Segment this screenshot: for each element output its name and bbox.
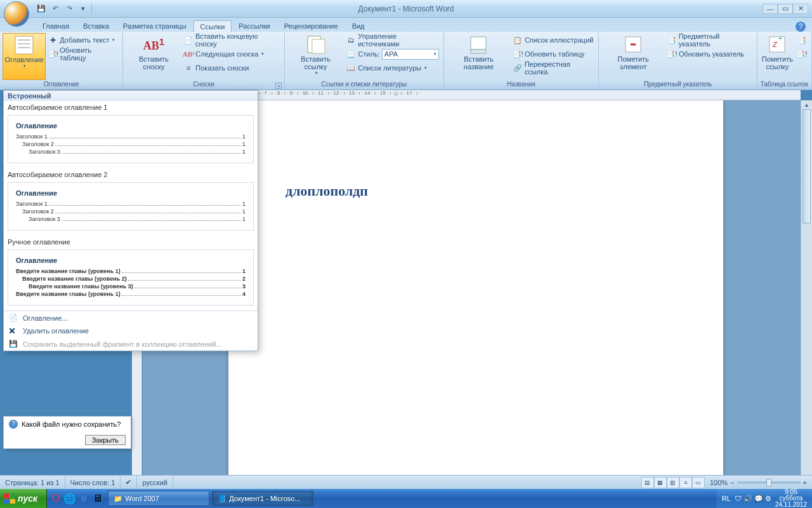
footnotes-launcher[interactable]: ↘ [275,83,282,89]
scroll-up-button[interactable]: ▲ [801,100,812,109]
toa-icon: 📑 [797,35,807,45]
group-citations: Вставить ссылку▾ 🗂Управление источниками… [285,32,444,90]
spell-check[interactable]: ✔ [121,476,137,490]
update-toc-button[interactable]: 📑!Обновить таблицу [46,47,120,61]
toc-row: Заголовок 31 [29,149,246,155]
toc-button[interactable]: Оглавление▾ [3,33,46,80]
gallery-auto2-preview[interactable]: Оглавление Заголовок 11 Заголовок 21 Заг… [8,182,254,231]
toc-row: Заголовок 11 [16,133,246,140]
insert-caption-button[interactable]: Вставить название [447,33,511,80]
insert-citation-button[interactable]: Вставить ссылку▾ [287,33,344,80]
update-index-button[interactable]: 📑!Обновить указатель [665,47,754,61]
close-prompt-button[interactable]: Закрыть [85,435,126,445]
insert-endnote-button[interactable]: 📄Вставить концевую сноску [181,33,282,47]
qat-customize[interactable]: ▾ [76,3,90,15]
tray-language[interactable]: RL [722,495,731,502]
window-controls: — ▭ ✕ [763,4,808,14]
add-text-icon: ✚ [48,35,58,45]
gallery-manual-preview[interactable]: Оглавление Введите название главы (урове… [8,250,254,305]
print-layout-view[interactable]: ▤ [641,477,654,488]
qat-save[interactable]: 💾 [34,3,48,15]
tray-clock[interactable]: 9:05 суббота 24.11.2012 [775,489,807,508]
tab-references[interactable]: Ссылки [193,20,232,32]
qat-undo[interactable]: ↶ [48,3,62,15]
close-button[interactable]: ✕ [793,4,808,14]
window-title: Документ1 - Microsoft Word [358,4,454,13]
tab-insert[interactable]: Вставка [76,20,116,32]
toc-icon [14,35,34,55]
taskbar-item-folder[interactable]: 📁Word 2007 [108,491,209,506]
next-footnote-button[interactable]: AB¹Следующая сноска▾ [181,47,282,61]
maximize-button[interactable]: ▭ [778,4,793,14]
ql-chrome[interactable]: 🌐 [63,491,76,505]
mark-entry-label: Пометить элемент [603,55,662,70]
tab-review[interactable]: Рецензирование [277,20,345,32]
document-page[interactable]: длоплополдп [228,100,723,494]
mark-citation-icon: z+ [767,34,787,55]
tab-home[interactable]: Главная [36,20,76,32]
remove-toc-menu[interactable]: 🗙Удалить оглавление [4,324,258,337]
help-button[interactable]: ? [796,22,806,32]
outline-view[interactable]: ≡ [679,477,692,488]
update-toa-button[interactable]: 📑! [795,47,809,61]
toc-preview-title: Оглавление [16,122,246,130]
word-count[interactable]: Число слов: 1 [65,476,121,490]
start-button[interactable]: пуск [0,489,47,508]
office-button[interactable] [4,1,29,27]
group-captions: Вставить название 📋Список иллюстраций 📑!… [444,32,599,90]
tab-mailings[interactable]: Рассылки [232,20,277,32]
vertical-scrollbar[interactable]: ▲ ▼ [801,100,812,486]
show-notes-button[interactable]: ≡Показать сноски [181,61,282,75]
group-footnotes-label: Сноски↘ [126,80,281,90]
ql-ie[interactable]: e [77,491,90,505]
tray-icons[interactable]: 🛡 🔊 💬 ⚙ [735,495,771,503]
update-icon: 📑! [48,49,58,59]
zoom-slider[interactable] [737,481,801,484]
insert-toa-button[interactable]: 📑 [795,33,809,47]
save-toc-icon: 💾 [9,340,19,348]
zoom-knob[interactable] [766,479,771,486]
folder-icon: 📁 [114,495,122,503]
document-text[interactable]: длоплополдп [228,100,723,282]
toc-row: Введите название главы (уровень 1)4 [16,291,246,297]
ribbon-tabs: Главная Вставка Разметка страницы Ссылки… [0,18,812,32]
gallery-auto1-preview[interactable]: Оглавление Заголовок 11 Заголовок 21 Заг… [8,115,254,163]
insert-footnote-button[interactable]: AB1 Вставить сноску [126,33,181,80]
toc-label: Оглавление [4,56,43,64]
add-text-button[interactable]: ✚Добавить текст▾ [46,33,120,47]
remove-toc-icon: 🗙 [9,327,19,335]
update-figures-button[interactable]: 📑!Обновить таблицу [511,47,596,61]
style-label: Стиль: [358,50,379,58]
zoom-in[interactable]: + [803,479,807,486]
manage-sources-button[interactable]: 🗂Управление источниками [344,33,440,47]
zoom-out[interactable]: − [730,479,734,486]
page-status[interactable]: Страница: 1 из 1 [0,476,65,490]
caption-icon [468,34,488,55]
insert-index-button[interactable]: 📑Предметный указатель [665,33,754,47]
full-screen-view[interactable]: ▦ [654,477,667,488]
ql-opera[interactable]: O [49,491,62,505]
mark-citation-button[interactable]: z+ Пометить ссылку [760,33,795,80]
taskbar-item-word[interactable]: 📘Документ1 - Microso... [212,491,313,506]
title-bar: 💾 ↶ ↷ ▾ Документ1 - Microsoft Word — ▭ ✕ [0,0,812,18]
cross-reference-button[interactable]: 🔗Перекрестная ссылка [511,61,596,75]
table-of-figures-button[interactable]: 📋Список иллюстраций [511,33,596,47]
xref-icon: 🔗 [513,63,523,73]
scroll-thumb[interactable] [802,109,811,224]
draft-view[interactable]: ▭ [692,477,705,488]
style-select[interactable]: APA▾ [382,49,439,60]
mark-entry-button[interactable]: Пометить элемент [601,33,664,80]
toc-row: Введите название главы (уровень 2)2 [22,276,246,282]
save-prompt-panel: ? Какой файл нужно сохранить? Закрыть [3,416,131,449]
insert-toc-menu[interactable]: 📄Оглавление... [4,311,258,324]
bibliography-button[interactable]: 📖Список литературы▾ [344,61,440,75]
zoom-value[interactable]: 100% [710,479,728,486]
minimize-button[interactable]: — [763,4,778,14]
ql-desktop[interactable]: 🖥 [91,491,104,505]
qat-redo[interactable]: ↷ [62,3,76,15]
citation-style-row: 📃Стиль: APA▾ [344,47,440,61]
web-layout-view[interactable]: ▥ [667,477,679,488]
tab-layout[interactable]: Разметка страницы [116,20,193,32]
language-status[interactable]: русский [137,476,173,490]
tab-view[interactable]: Вид [345,20,372,32]
